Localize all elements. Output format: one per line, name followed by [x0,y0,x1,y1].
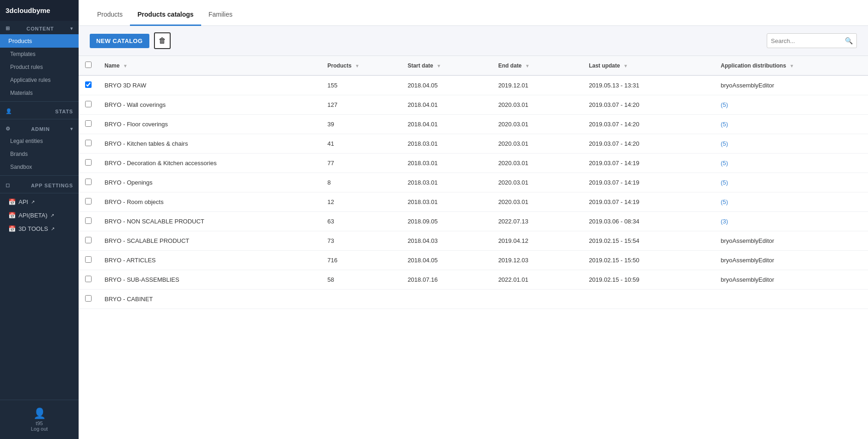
row-checkbox-11[interactable] [85,295,92,302]
row-distribution-5[interactable]: (5) [714,173,868,192]
row-distribution-4[interactable]: (5) [714,154,868,173]
row-checkbox-4[interactable] [85,159,92,166]
header-end-date[interactable]: End date ▼ [492,56,582,75]
row-checkbox-3[interactable] [85,140,92,146]
row-name-4: BRYO - Decoration & Kitchen accessories [98,154,321,173]
row-start-date-2: 2018.04.01 [401,115,492,134]
row-last-update-3: 2019.03.07 - 14:20 [582,134,714,154]
header-products[interactable]: Products ▼ [321,56,401,75]
row-checkbox-2[interactable] [85,120,92,127]
row-products-6: 12 [321,192,401,212]
sidebar-item-legal-entities[interactable]: Legal entities [0,135,79,148]
row-checkbox-1[interactable] [85,101,92,107]
row-end-date-9: 2019.12.03 [492,251,582,270]
row-name-8: BRYO - SCALABLE PRODUCT [98,231,321,251]
header-start-date[interactable]: Start date ▼ [401,56,492,75]
row-checkbox-5[interactable] [85,179,92,185]
row-last-update-2: 2019.03.07 - 14:20 [582,115,714,134]
sidebar-item-applicative-rules[interactable]: Applicative rules [0,74,79,87]
row-distribution-11 [714,290,868,309]
sidebar-item-api-beta[interactable]: 📅 API(BETA) ↗ [0,209,79,222]
row-checkbox-8[interactable] [85,237,92,243]
row-end-date-3: 2020.03.01 [492,134,582,154]
table-row: BRYO - Wall coverings1272018.04.012020.0… [79,95,868,115]
tab-products[interactable]: Products [90,11,130,26]
stats-icon: 👤 [6,108,12,114]
row-distribution-6[interactable]: (5) [714,192,868,212]
distribution-link-5[interactable]: (5) [720,179,728,186]
row-last-update-9: 2019.02.15 - 15:50 [582,251,714,270]
sidebar: 3dcloudbyme ⊞ CONTENT ▾ Products Templat… [0,0,79,439]
table-row: BRYO - CABINET [79,290,868,309]
row-checkbox-6[interactable] [85,198,92,204]
row-end-date-2: 2020.03.01 [492,115,582,134]
row-start-date-1: 2018.04.01 [401,95,492,115]
content-section-header[interactable]: ⊞ CONTENT ▾ [0,21,79,34]
sidebar-item-3d-tools[interactable]: 📅 3D TOOLS ↗ [0,222,79,235]
row-distribution-7[interactable]: (3) [714,212,868,231]
row-distribution-1[interactable]: (5) [714,95,868,115]
distribution-link-4[interactable]: (5) [720,160,728,167]
table-row: BRYO - Room objects122018.03.012020.03.0… [79,192,868,212]
row-name-11: BRYO - CABINET [98,290,321,309]
sidebar-item-sandbox[interactable]: Sandbox [0,161,79,173]
delete-button[interactable]: 🗑 [154,32,171,49]
search-input[interactable] [771,37,845,44]
new-catalog-button[interactable]: NEW CATALOG [90,34,149,48]
row-checkbox-10[interactable] [85,276,92,282]
admin-section-header[interactable]: ⚙ ADMIN ▾ [0,121,79,135]
table-row: BRYO - SUB-ASSEMBLIES582018.07.162022.01… [79,270,868,290]
tab-products-catalogs[interactable]: Products catalogs [130,11,201,26]
row-name-10: BRYO - SUB-ASSEMBLIES [98,270,321,290]
row-checkbox-9[interactable] [85,256,92,263]
row-last-update-8: 2019.02.15 - 15:54 [582,231,714,251]
username-label: t95 [36,420,43,426]
distribution-link-6[interactable]: (5) [720,198,728,205]
app-settings-icon: ◻ [6,182,10,188]
header-name[interactable]: Name ▼ [98,56,321,75]
stats-section-header[interactable]: 👤 STATS [0,104,79,117]
header-app-distributions[interactable]: Application distributions ▼ [714,56,868,75]
search-icon[interactable]: 🔍 [845,37,853,44]
calendar-beta-icon: 📅 [8,212,16,219]
sidebar-item-materials[interactable]: Materials [0,87,79,99]
row-end-date-0: 2019.12.01 [492,75,582,95]
main-content: Products Products catalogs Families NEW … [79,0,868,439]
row-start-date-3: 2018.03.01 [401,134,492,154]
tab-families[interactable]: Families [201,11,240,26]
header-last-update[interactable]: Last update ▼ [582,56,714,75]
row-last-update-1: 2019.03.07 - 14:20 [582,95,714,115]
sidebar-item-brands[interactable]: Brands [0,148,79,161]
select-all-checkbox[interactable] [85,62,92,68]
row-name-6: BRYO - Room objects [98,192,321,212]
sidebar-item-templates[interactable]: Templates [0,48,79,61]
distribution-link-3[interactable]: (5) [720,140,728,147]
sidebar-item-products[interactable]: Products [0,34,79,48]
trash-icon: 🗑 [159,37,166,45]
row-checkbox-col-10 [79,270,98,290]
row-distribution-8: bryoAssemblyEditor [714,231,868,251]
row-start-date-6: 2018.03.01 [401,192,492,212]
admin-chevron-icon: ▾ [70,126,73,131]
row-distribution-3[interactable]: (5) [714,134,868,154]
row-checkbox-col-4 [79,154,98,173]
user-avatar-icon: 👤 [33,408,46,420]
row-products-1: 127 [321,95,401,115]
distribution-link-2[interactable]: (5) [720,121,728,128]
sidebar-item-product-rules[interactable]: Product rules [0,61,79,74]
sidebar-item-api[interactable]: 📅 API ↗ [0,195,79,209]
distribution-link-1[interactable]: (5) [720,101,728,108]
row-checkbox-7[interactable] [85,217,92,224]
logout-button[interactable]: Log out [31,426,48,432]
table-row: BRYO - Floor coverings392018.04.012020.0… [79,115,868,134]
row-name-7: BRYO - NON SCALABLE PRODUCT [98,212,321,231]
admin-icon: ⚙ [6,126,11,132]
row-checkbox-col-6 [79,192,98,212]
row-start-date-7: 2018.09.05 [401,212,492,231]
row-checkbox-0[interactable] [85,81,92,88]
distribution-link-7[interactable]: (3) [720,218,728,225]
row-end-date-5: 2020.03.01 [492,173,582,192]
app-settings-section-header[interactable]: ◻ APP SETTINGS [0,178,79,191]
toolbar: NEW CATALOG 🗑 🔍 [79,26,868,56]
row-distribution-2[interactable]: (5) [714,115,868,134]
